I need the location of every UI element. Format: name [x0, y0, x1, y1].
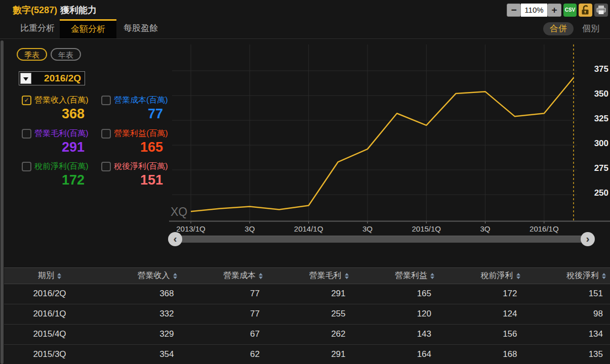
app-window: 數字(5287)獲利能力 − 110% + CSV 比重分析 金額分析 每 — [0, 0, 610, 364]
profit-table-body: 2016/2Q368772911651721512016/1Q332772551… — [4, 284, 610, 364]
value-cell: 329 — [95, 325, 181, 344]
table-row[interactable]: 2016/1Q3327725512012498 — [4, 304, 610, 325]
table-row[interactable]: 2016/2Q36877291165172151 — [4, 284, 610, 304]
sort-icon[interactable] — [345, 273, 349, 279]
column-header-label: 期別 — [38, 270, 54, 281]
value-cell: 134 — [524, 325, 610, 344]
value-cell: 291 — [267, 284, 353, 304]
column-header-label: 營業收入 — [138, 270, 170, 281]
x-axis-label: 2016/1Q — [530, 224, 559, 233]
value-cell: 164 — [353, 345, 439, 364]
revenue-line-series — [191, 78, 574, 212]
column-header-label: 稅前淨利 — [481, 270, 513, 281]
y-axis-label: 275 — [594, 163, 608, 173]
sort-icon[interactable] — [57, 273, 61, 279]
profit-table-header: 期別營業收入營業成本營業毛利營業利益稅前淨利稅後淨利 — [4, 267, 610, 284]
column-header[interactable]: 營業毛利 — [267, 268, 353, 284]
value-cell: 291 — [267, 345, 353, 364]
chart-scrollbar-track[interactable] — [175, 236, 587, 243]
column-header[interactable]: 期別 — [4, 268, 95, 284]
column-header-label: 營業利益 — [395, 270, 427, 281]
column-header[interactable]: 營業利益 — [353, 268, 439, 284]
value-cell: 143 — [353, 325, 439, 344]
value-cell: 77 — [181, 284, 267, 304]
scroll-left-button[interactable]: ‹ — [168, 232, 182, 246]
column-header[interactable]: 營業成本 — [181, 268, 267, 284]
value-cell: 368 — [95, 284, 181, 304]
value-cell: 151 — [524, 284, 610, 304]
x-axis-label: 3Q — [362, 224, 373, 233]
value-cell: 77 — [181, 304, 267, 324]
value-cell: 124 — [438, 304, 524, 324]
x-axis-label: 3Q — [245, 224, 255, 233]
scroll-right-button[interactable]: › — [581, 232, 595, 246]
column-header[interactable]: 稅後淨利 — [524, 268, 610, 284]
column-header[interactable]: 稅前淨利 — [438, 268, 524, 284]
value-cell: 255 — [267, 304, 353, 324]
column-header-label: 營業毛利 — [309, 270, 342, 281]
period-cell: 2015/3Q — [4, 345, 95, 364]
value-cell: 135 — [524, 345, 610, 364]
x-axis-label: 2015/1Q — [412, 224, 441, 233]
y-axis-label: 250 — [594, 188, 608, 198]
x-axis-label: 3Q — [480, 224, 491, 233]
profit-table: 期別營業收入營業成本營業毛利營業利益稅前淨利稅後淨利 2016/2Q368772… — [4, 267, 610, 364]
table-row[interactable]: 2015/4Q32967262143156134 — [4, 325, 610, 345]
y-axis-label: 375 — [594, 64, 608, 74]
value-cell: 67 — [181, 325, 267, 344]
value-cell: 98 — [524, 304, 610, 324]
value-cell: 120 — [353, 304, 439, 324]
value-cell: 354 — [95, 345, 181, 364]
period-cell: 2015/4Q — [4, 325, 95, 344]
period-cell: 2016/1Q — [4, 304, 95, 324]
sort-icon[interactable] — [430, 273, 434, 279]
value-cell: 262 — [267, 325, 353, 344]
column-header-label: 稅後淨利 — [566, 270, 599, 281]
value-cell: 332 — [95, 304, 181, 324]
sort-icon[interactable] — [173, 273, 177, 279]
sort-icon[interactable] — [259, 273, 263, 279]
y-axis-label: 325 — [594, 114, 608, 123]
xq-watermark: XQ — [171, 205, 187, 218]
x-axis-label: 2014/1Q — [294, 224, 323, 233]
sort-icon[interactable] — [602, 273, 606, 279]
value-cell: 172 — [438, 284, 524, 304]
column-header-label: 營業成本 — [223, 270, 256, 281]
value-cell: 165 — [353, 284, 439, 304]
value-cell: 168 — [438, 345, 524, 364]
y-axis-label: 350 — [594, 89, 608, 99]
period-cell: 2016/2Q — [4, 284, 95, 304]
table-row[interactable]: 2015/3Q35462291164168135 — [4, 345, 610, 364]
value-cell: 62 — [181, 345, 267, 364]
profit-line-chart: 2502753003253503752013/1Q3Q2014/1Q3Q2015… — [0, 0, 610, 265]
column-header[interactable]: 營業收入 — [95, 268, 181, 284]
y-axis-label: 300 — [594, 139, 608, 148]
sort-icon[interactable] — [516, 273, 520, 279]
x-axis-label: 2013/1Q — [176, 224, 206, 233]
chevron-right-icon: › — [586, 233, 590, 244]
chevron-left-icon: ‹ — [174, 233, 177, 244]
value-cell: 156 — [438, 325, 524, 344]
